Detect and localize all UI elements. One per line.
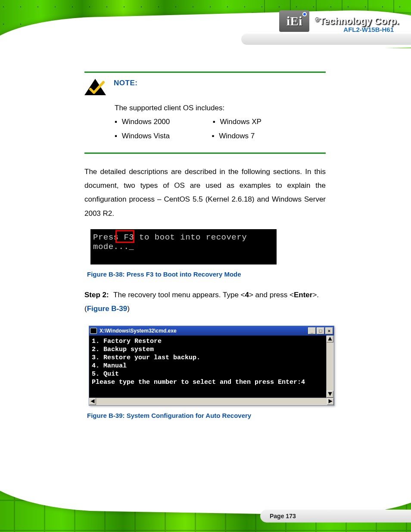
note-item-3: Windows Vista: [122, 132, 170, 140]
header-grey-strip: [241, 34, 411, 45]
step-text-a: The recovery tool menu appears. Type <: [113, 291, 245, 299]
cmd-line: Please type the number to select and the…: [92, 378, 324, 386]
horizontal-scrollbar[interactable]: ◄ ►: [89, 398, 334, 405]
note-label: NOTE:: [114, 79, 137, 87]
note-item-1: Windows 2000: [122, 118, 170, 126]
logo-dot-icon: [302, 12, 307, 16]
recovery-prompt-screenshot: Press F3 to boot into recovery mode..._: [90, 229, 277, 264]
step-key-4: 4: [245, 291, 249, 299]
page-number: Page 173: [270, 513, 296, 520]
scroll-track[interactable]: [96, 398, 327, 405]
cmd-line: 4. Manual: [92, 362, 324, 370]
cmd-window-screenshot: X:\Windows\System32\cmd.exe _ □ × 1. Fac…: [89, 326, 334, 406]
intro-paragraph: The detailed descriptions are described …: [84, 165, 326, 221]
scroll-left-icon[interactable]: ◄: [89, 398, 96, 405]
cmd-line: 5. Quit: [92, 370, 324, 378]
figure-caption-1: Figure B-38: Press F3 to Boot into Recov…: [87, 271, 326, 278]
figure-caption-2: Figure B-39: System Configuration for Au…: [87, 412, 326, 419]
vertical-scrollbar[interactable]: ▲ ▼: [326, 336, 334, 398]
cmd-terminal: 1. Factory Restore 2. Backup system 3. R…: [89, 336, 326, 398]
step-text-d: ): [127, 305, 130, 313]
cmd-titlebar: X:\Windows\System32\cmd.exe _ □ ×: [89, 326, 334, 336]
highlight-box: [115, 230, 134, 243]
note-block: NOTE:: [84, 79, 326, 95]
minimize-button[interactable]: _: [308, 327, 316, 334]
scroll-up-icon[interactable]: ▲: [327, 336, 333, 342]
note-body: The supported client OS includes: ▪ Wind…: [115, 101, 326, 143]
brand-name-text: Technology Corp.: [319, 16, 399, 26]
cmd-line: 1. Factory Restore: [92, 337, 324, 345]
brand-name: ®Technology Corp.: [314, 16, 399, 26]
step-tag: Step 2:: [84, 291, 109, 299]
note-item-4: Windows 7: [219, 132, 255, 140]
scroll-right-icon[interactable]: ►: [327, 398, 334, 405]
cmd-body: 1. Factory Restore 2. Backup system 3. R…: [89, 336, 334, 398]
note-intro: The supported client OS includes:: [115, 104, 224, 112]
rule-bottom: [84, 152, 326, 154]
figure-ref: Figure B-39: [87, 305, 128, 313]
step-key-enter: Enter: [294, 291, 312, 299]
cmd-line: 3. Restore your last backup.: [92, 354, 324, 362]
note-icon: [84, 79, 106, 95]
close-button[interactable]: ×: [325, 327, 333, 334]
footer-strip: Page 173: [260, 510, 411, 523]
header-banner: iEi ®Technology Corp. AFL2-W15B-H61: [0, 0, 411, 48]
registered-icon: ®: [314, 16, 319, 23]
maximize-button[interactable]: □: [317, 327, 324, 334]
step-2: Step 2: The recovery tool menu appears. …: [84, 288, 326, 316]
model-label: AFL2-W15B-H61: [343, 26, 394, 33]
cmd-line: 2. Backup system: [92, 345, 324, 354]
scroll-down-icon[interactable]: ▼: [327, 391, 333, 398]
rule-top: [84, 72, 326, 73]
cmd-icon: [90, 328, 97, 334]
step-text-b: > and press <: [249, 291, 294, 299]
cmd-title: X:\Windows\System32\cmd.exe: [100, 328, 177, 334]
note-item-2: Windows XP: [220, 118, 261, 126]
logo-text: iEi: [286, 15, 302, 28]
page-content: NOTE: The supported client OS includes: …: [84, 69, 326, 419]
logo: iEi: [279, 10, 309, 32]
footer-banner: Page 173: [0, 485, 411, 532]
